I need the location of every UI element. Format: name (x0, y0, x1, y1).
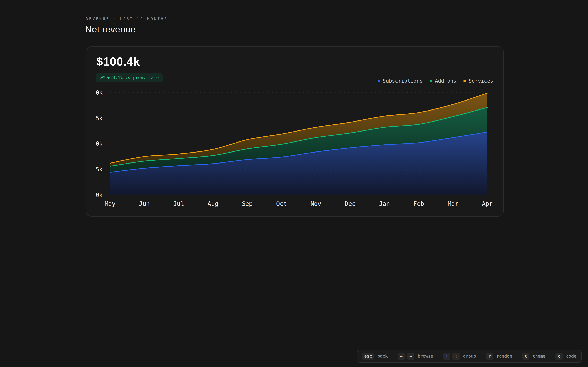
delta-badge: +18.4% vs prev. 12mo (96, 73, 163, 82)
legend-item-add-ons[interactable]: Add-ons (430, 78, 456, 84)
shortcut-label: code (566, 354, 576, 359)
x-tick-label-mar: Mar (448, 200, 458, 207)
page-eyebrow: REVENUE · LAST 12 MONTHS (86, 17, 168, 21)
legend-label: Services (469, 78, 493, 84)
x-tick-label-aug: Aug (208, 200, 218, 207)
legend-dot (378, 80, 380, 82)
keycap-←[interactable]: ← (398, 352, 405, 360)
legend-dot (430, 80, 432, 82)
screen: REVENUE · LAST 12 MONTHS Net revenue $10… (0, 0, 588, 367)
stacked-area-chart[interactable] (110, 92, 487, 195)
keycap-→[interactable]: → (407, 352, 415, 360)
x-tick-label-feb: Feb (414, 200, 424, 207)
keycap-↓[interactable]: ↓ (452, 352, 460, 360)
keycap-↑[interactable]: ↑ (443, 352, 450, 360)
legend-label: Subscriptions (383, 78, 423, 84)
x-tick-label-apr: Apr (482, 200, 493, 207)
separator-dot: · (437, 354, 440, 359)
shortcut-label: browse (418, 354, 433, 359)
page-title: Net revenue (85, 24, 136, 35)
y-tick-label: 0k (96, 192, 103, 198)
keycap-t[interactable]: t (522, 352, 529, 360)
legend-dot (463, 80, 466, 82)
y-tick-label: 0k (96, 89, 103, 96)
legend-label: Add-ons (435, 78, 456, 84)
x-tick-label-oct: Oct (276, 200, 287, 207)
shortcut-code[interactable]: ccode (555, 352, 576, 360)
keycap-r[interactable]: r (486, 352, 493, 360)
separator-dot: · (480, 354, 482, 359)
shortcut-bar: escback·←→browse·↑↓group·rrandom·ttheme·… (357, 350, 582, 363)
shortcut-random[interactable]: rrandom (486, 352, 512, 360)
net-revenue-card: $100.4k +18.4% vs prev. 12mo Subscriptio… (86, 47, 504, 217)
shortcut-group[interactable]: ↑↓group (443, 352, 476, 360)
y-tick-label: 5k (96, 166, 103, 173)
legend-item-subscriptions[interactable]: Subscriptions (378, 78, 423, 84)
shortcut-label: random (497, 354, 512, 359)
shortcut-label: theme (533, 354, 545, 359)
shortcut-back[interactable]: escback (362, 352, 388, 360)
x-tick-label-jun: Jun (139, 200, 150, 207)
shortcut-browse[interactable]: ←→browse (398, 352, 433, 360)
keycap-esc[interactable]: esc (362, 352, 374, 360)
separator-dot: · (516, 354, 518, 359)
headline-value: $100.4k (96, 55, 140, 68)
x-tick-label-dec: Dec (345, 200, 355, 207)
shortcut-label: back (377, 354, 388, 359)
keycap-c[interactable]: c (555, 352, 563, 360)
trending-up-icon (99, 76, 105, 80)
shortcut-label: group (463, 354, 476, 359)
legend-item-services[interactable]: Services (463, 78, 493, 84)
x-tick-label-nov: Nov (311, 200, 321, 207)
separator-dot: · (549, 354, 552, 359)
chart-legend: SubscriptionsAdd-onsServices (378, 78, 493, 84)
x-tick-label-jul: Jul (173, 200, 184, 207)
x-tick-label-jan: Jan (379, 200, 390, 207)
separator-dot: · (391, 354, 394, 359)
y-tick-label: 0k (96, 141, 103, 147)
x-tick-label-sep: Sep (242, 200, 252, 207)
shortcut-theme[interactable]: ttheme (522, 352, 545, 360)
x-tick-label-may: May (105, 200, 115, 207)
y-tick-label: 5k (96, 115, 103, 122)
delta-badge-text: +18.4% vs prev. 12mo (107, 75, 159, 80)
